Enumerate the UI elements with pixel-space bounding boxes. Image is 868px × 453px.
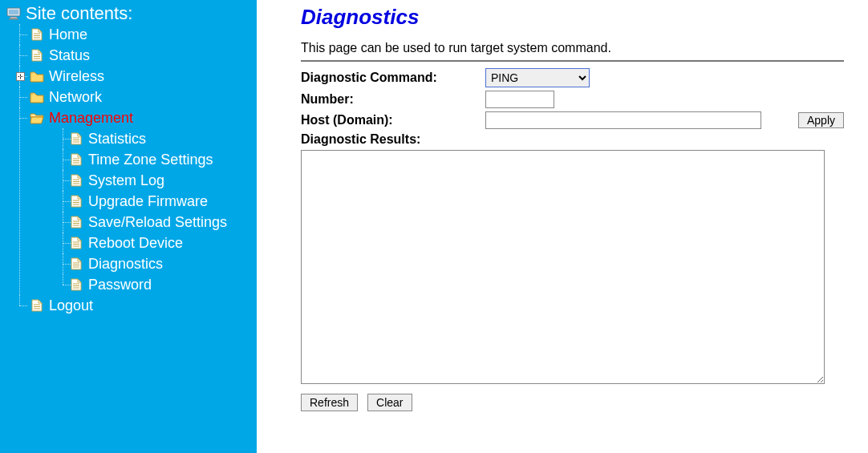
sidebar-item-statistics[interactable]: Statistics — [69, 128, 254, 149]
sidebar-item-home[interactable]: Home — [16, 24, 254, 45]
sidebar-item-logout[interactable]: Logout — [16, 295, 254, 316]
sidebar-item-label: Statistics — [88, 128, 146, 149]
page-description: This page can be used to run target syst… — [301, 41, 844, 55]
file-icon — [69, 278, 83, 291]
file-icon — [30, 49, 44, 62]
main-content: Diagnostics This page can be used to run… — [257, 0, 868, 453]
sidebar-item-label: Time Zone Settings — [88, 149, 213, 170]
sidebar-item-label: Diagnostics — [88, 253, 163, 274]
sidebar-item-label: Reboot Device — [88, 233, 183, 253]
refresh-button[interactable]: Refresh — [301, 394, 358, 411]
sidebar-item-network[interactable]: Network — [16, 87, 254, 107]
sidebar-nav: Site contents: Home Status — [0, 0, 257, 453]
sidebar-item-password[interactable]: Password — [69, 274, 254, 295]
file-icon — [69, 257, 83, 270]
file-icon — [69, 216, 83, 229]
results-textarea[interactable] — [301, 150, 825, 384]
file-icon — [69, 132, 83, 145]
sidebar-item-label: Save/Reload Settings — [88, 212, 227, 233]
sidebar-item-label: Status — [49, 45, 90, 66]
label-host: Host (Domain): — [301, 113, 485, 127]
sidebar-item-management[interactable]: Management — [16, 107, 254, 128]
sidebar-item-systemlog[interactable]: System Log — [69, 170, 254, 191]
sidebar-item-label: Home — [49, 24, 87, 45]
sidebar-item-label: Password — [88, 274, 152, 295]
sidebar-item-savereload[interactable]: Save/Reload Settings — [69, 212, 254, 233]
file-icon — [69, 174, 83, 187]
folder-open-icon — [30, 111, 44, 124]
sidebar-item-label: System Log — [88, 170, 164, 191]
sidebar-item-label: Management — [49, 107, 133, 128]
apply-button[interactable]: Apply — [798, 112, 844, 128]
computer-icon — [6, 7, 21, 20]
sidebar-item-label: Network — [49, 87, 102, 107]
file-icon — [30, 299, 44, 312]
folder-closed-icon — [30, 70, 44, 83]
sidebar-title: Site contents: — [26, 3, 132, 24]
divider — [301, 60, 844, 62]
file-icon — [69, 237, 83, 249]
sidebar-item-status[interactable]: Status — [16, 45, 254, 66]
sidebar-item-reboot[interactable]: Reboot Device — [69, 233, 254, 253]
sidebar-item-label: Logout — [49, 295, 93, 316]
sidebar-item-label: Upgrade Firmware — [88, 191, 208, 212]
number-input[interactable] — [485, 91, 554, 108]
expand-plus-icon[interactable] — [16, 72, 25, 81]
sidebar-item-diagnostics[interactable]: Diagnostics — [69, 253, 254, 274]
folder-closed-icon — [30, 91, 44, 103]
diagnostic-command-select[interactable]: PING — [485, 68, 590, 87]
label-command: Diagnostic Command: — [301, 71, 485, 85]
sidebar-item-label: Wireless — [49, 66, 104, 87]
file-icon — [69, 153, 83, 166]
label-results: Diagnostic Results: — [301, 132, 844, 147]
sidebar-item-wireless[interactable]: Wireless — [16, 66, 254, 87]
host-input[interactable] — [485, 111, 761, 129]
file-icon — [69, 195, 83, 208]
label-number: Number: — [301, 92, 485, 107]
sidebar-item-timezone[interactable]: Time Zone Settings — [69, 149, 254, 170]
clear-button[interactable]: Clear — [367, 394, 412, 411]
sidebar-item-upgradefw[interactable]: Upgrade Firmware — [69, 191, 254, 212]
sidebar-title-row: Site contents: — [3, 3, 254, 24]
page-title: Diagnostics — [301, 5, 844, 30]
file-icon — [30, 28, 44, 41]
